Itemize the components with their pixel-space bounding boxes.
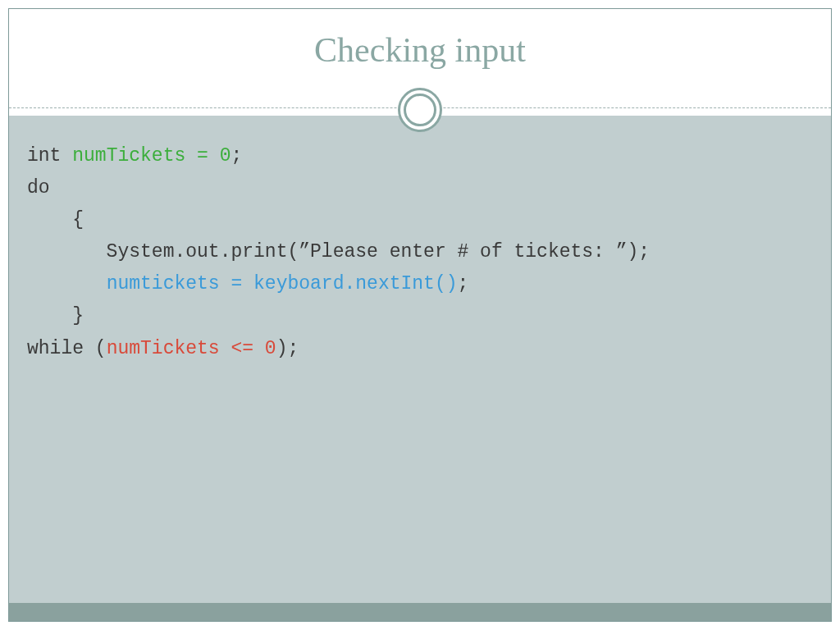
code-l7-lead: while ( xyxy=(27,338,107,359)
code-line-input: numtickets = keyboard.nextInt() xyxy=(107,273,458,294)
code-kw-int: int xyxy=(27,145,72,167)
slide-footer-bar xyxy=(9,603,831,621)
code-l7-tail: ); xyxy=(276,338,299,359)
decorative-medallion-icon xyxy=(398,88,442,132)
code-l5-lead xyxy=(27,273,107,294)
code-line-do: do xyxy=(27,177,50,199)
code-line-brace-open: { xyxy=(27,209,84,231)
code-line-print: System.out.print(”Please enter # of tick… xyxy=(27,241,650,262)
code-l5-tail: ; xyxy=(458,273,469,294)
slide-body: int numTickets = 0; do { System.out.prin… xyxy=(9,116,831,621)
code-line-condition: numTickets <= 0 xyxy=(107,338,276,359)
code-block: int numTickets = 0; do { System.out.prin… xyxy=(27,140,813,365)
code-line-brace-close: } xyxy=(27,305,84,326)
code-var-decl: numTickets = 0 xyxy=(72,145,231,167)
code-l1-tail: ; xyxy=(231,145,242,167)
slide-title: Checking input xyxy=(9,9,831,70)
slide: Checking input int numTickets = 0; do { … xyxy=(8,8,832,622)
